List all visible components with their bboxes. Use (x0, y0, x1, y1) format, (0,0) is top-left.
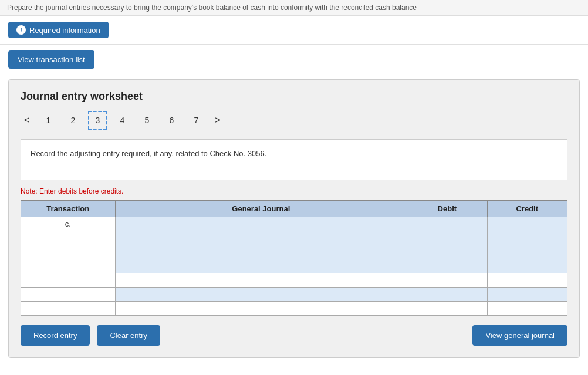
table-row: c. (21, 217, 567, 231)
transaction-cell-1: c. (21, 217, 116, 231)
transaction-cell-2 (21, 231, 116, 245)
credit-cell-3 (487, 245, 567, 259)
credit-cell-4 (487, 259, 567, 273)
debit-cell-6 (407, 288, 487, 302)
page-1[interactable]: 1 (39, 111, 58, 130)
page-2[interactable]: 2 (63, 111, 82, 130)
debit-input-4[interactable] (407, 259, 486, 273)
page-4[interactable]: 4 (113, 111, 131, 130)
required-info-badge: ! Required information (8, 22, 109, 38)
gj-cell-3 (115, 245, 407, 259)
debit-input-1[interactable] (407, 217, 486, 231)
header-transaction: Transaction (21, 201, 116, 217)
credit-cell-6 (487, 288, 567, 302)
table-row (21, 273, 567, 288)
table-row (21, 302, 567, 316)
gj-input-5[interactable] (116, 273, 407, 287)
table-row (21, 288, 567, 302)
debit-cell-5 (407, 273, 487, 288)
banner-text: Prepare the journal entries necessary to… (7, 4, 417, 12)
transaction-cell-6 (21, 288, 116, 302)
instruction-text: Record the adjusting entry required, if … (31, 149, 266, 158)
credit-cell-7 (487, 302, 567, 316)
credit-input-7[interactable] (488, 302, 567, 315)
table-row (21, 231, 567, 245)
credit-input-6[interactable] (488, 288, 567, 301)
note-text: Note: Enter debits before credits. (21, 187, 567, 195)
credit-input-2[interactable] (488, 231, 567, 245)
gj-cell-7 (115, 302, 407, 316)
credit-input-1[interactable] (488, 217, 567, 231)
clear-entry-button[interactable]: Clear entry (97, 325, 160, 346)
gj-cell-1 (115, 217, 407, 231)
transaction-cell-5 (21, 273, 116, 288)
gj-input-2[interactable] (116, 231, 407, 245)
debit-cell-3 (407, 245, 487, 259)
page-5[interactable]: 5 (137, 111, 156, 130)
header-credit: Credit (487, 201, 567, 217)
gj-input-7[interactable] (116, 302, 407, 315)
required-info-bar: ! Required information (0, 16, 588, 45)
debit-input-5[interactable] (407, 273, 486, 287)
pagination: < 1 2 3 4 5 6 7 > (21, 111, 567, 130)
record-entry-button[interactable]: Record entry (21, 325, 90, 346)
debit-cell-1 (407, 217, 487, 231)
debit-input-2[interactable] (407, 231, 486, 245)
debit-cell-2 (407, 231, 487, 245)
gj-input-3[interactable] (116, 245, 407, 259)
top-banner: Prepare the journal entries necessary to… (0, 0, 588, 16)
next-page-button[interactable]: > (211, 114, 224, 127)
view-transaction-bar: View transaction list (0, 45, 588, 75)
credit-input-5[interactable] (488, 273, 567, 287)
view-transaction-button[interactable]: View transaction list (8, 50, 94, 69)
page-3-active[interactable]: 3 (88, 111, 107, 130)
credit-input-3[interactable] (488, 245, 567, 259)
page-7[interactable]: 7 (187, 111, 205, 130)
table-row (21, 245, 567, 259)
credit-input-4[interactable] (488, 259, 567, 273)
credit-cell-1 (487, 217, 567, 231)
header-debit: Debit (407, 201, 487, 217)
gj-cell-6 (115, 288, 407, 302)
gj-input-6[interactable] (116, 288, 407, 301)
gj-input-4[interactable] (116, 259, 407, 273)
debit-cell-4 (407, 259, 487, 273)
credit-cell-2 (487, 231, 567, 245)
gj-cell-5 (115, 273, 407, 288)
gj-cell-4 (115, 259, 407, 273)
worksheet-container: Journal entry worksheet < 1 2 3 4 5 6 7 … (8, 79, 580, 358)
transaction-cell-4 (21, 259, 116, 273)
required-info-label: Required information (29, 26, 100, 35)
gj-cell-2 (115, 231, 407, 245)
debit-input-6[interactable] (407, 288, 486, 301)
table-row (21, 259, 567, 273)
journal-table: Transaction General Journal Debit Credit… (21, 200, 567, 316)
view-general-journal-button[interactable]: View general journal (472, 325, 567, 346)
gj-input-1[interactable] (116, 217, 407, 231)
instruction-box: Record the adjusting entry required, if … (21, 139, 567, 180)
transaction-cell-3 (21, 245, 116, 259)
transaction-cell-7 (21, 302, 116, 316)
exclamation-icon: ! (16, 25, 26, 35)
action-buttons: Record entry Clear entry View general jo… (21, 325, 567, 346)
debit-input-3[interactable] (407, 245, 486, 259)
credit-cell-5 (487, 273, 567, 288)
debit-cell-7 (407, 302, 487, 316)
prev-page-button[interactable]: < (21, 114, 33, 127)
worksheet-title: Journal entry worksheet (21, 90, 567, 103)
header-general-journal: General Journal (115, 201, 407, 217)
page-6[interactable]: 6 (162, 111, 181, 130)
debit-input-7[interactable] (407, 302, 486, 315)
